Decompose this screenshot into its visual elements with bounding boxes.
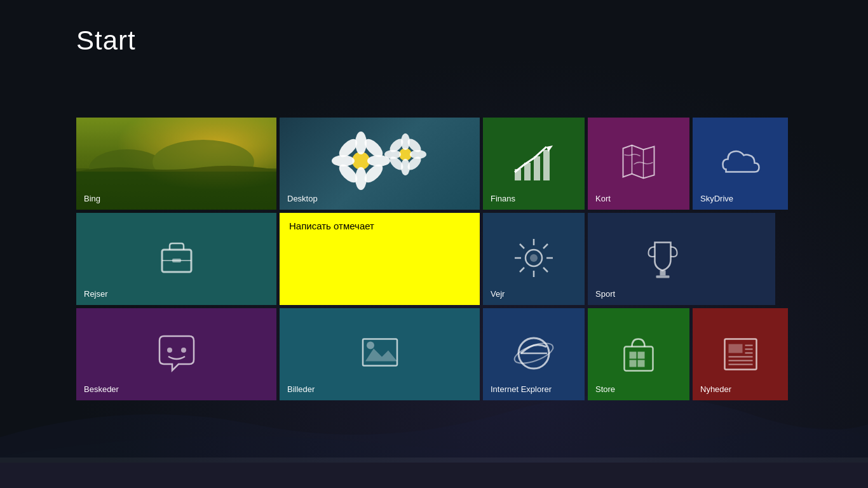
svg-line-36 — [520, 244, 524, 248]
tile-note[interactable]: Написать отмечает — [280, 213, 480, 305]
tile-nyheder[interactable]: Nyheder — [693, 308, 788, 400]
tile-bing[interactable]: Bing — [76, 118, 276, 210]
svg-rect-52 — [630, 351, 637, 358]
svg-line-38 — [543, 244, 548, 248]
svg-rect-23 — [524, 163, 531, 180]
beskeder-icon — [154, 331, 199, 378]
store-icon — [618, 332, 660, 376]
svg-point-44 — [167, 348, 172, 353]
note-text: Написать отмечает — [289, 220, 374, 231]
chat-icon — [154, 331, 199, 376]
svg-point-47 — [367, 341, 374, 349]
skydrive-icon — [720, 145, 761, 182]
finans-label: Finans — [491, 194, 577, 203]
svg-rect-43 — [656, 275, 670, 278]
flowers-svg — [316, 126, 444, 202]
chart-icon — [512, 140, 556, 185]
svg-point-45 — [181, 348, 186, 353]
shopping-bag-icon — [618, 332, 660, 374]
tile-sport[interactable]: Sport — [588, 213, 775, 305]
desktop-label: Desktop — [287, 194, 472, 203]
svg-rect-3 — [76, 118, 276, 172]
svg-rect-54 — [630, 360, 637, 367]
map-icon — [618, 142, 660, 183]
svg-rect-55 — [638, 360, 645, 367]
vejr-icon — [512, 236, 556, 283]
sun-icon — [512, 236, 556, 280]
internet-explorer-icon — [512, 331, 556, 376]
tile-beskeder[interactable]: Beskeder — [76, 308, 276, 400]
beskeder-label: Beskeder — [84, 384, 269, 394]
svg-rect-42 — [660, 270, 666, 275]
svg-rect-31 — [172, 259, 181, 262]
svg-line-39 — [520, 268, 524, 272]
bing-label: Bing — [84, 194, 269, 203]
newspaper-icon — [720, 332, 761, 374]
ie-label: Internet Explorer — [491, 384, 577, 394]
svg-point-41 — [530, 254, 538, 262]
tile-store[interactable]: Store — [588, 308, 689, 400]
svg-line-37 — [543, 268, 548, 272]
tile-rejser[interactable]: Rejser — [76, 213, 276, 305]
tiles-grid: Bing — [76, 118, 775, 400]
svg-rect-24 — [534, 156, 540, 180]
nyheder-icon — [720, 332, 761, 376]
svg-point-4 — [352, 152, 370, 170]
store-label: Store — [595, 384, 682, 394]
finans-icon — [512, 140, 556, 187]
scroll-bar-area[interactable] — [0, 458, 868, 463]
svg-rect-53 — [638, 351, 645, 358]
rejser-icon — [154, 236, 199, 283]
billeder-label: Billeder — [287, 384, 472, 394]
cloud-icon — [720, 145, 761, 180]
nyheder-label: Nyheder — [700, 384, 780, 394]
svg-rect-25 — [543, 150, 550, 180]
billeder-icon — [358, 332, 402, 376]
trophy-icon — [642, 237, 684, 278]
svg-rect-57 — [729, 344, 743, 353]
tile-finans[interactable]: Finans — [483, 118, 585, 210]
page-title: Start — [76, 25, 136, 56]
tile-vejr[interactable]: Vejr — [483, 213, 585, 305]
sport-label: Sport — [595, 289, 768, 299]
photos-icon — [358, 332, 402, 374]
tile-skydrive[interactable]: SkyDrive — [693, 118, 788, 210]
ie-icon — [512, 331, 556, 378]
kort-label: Kort — [595, 194, 682, 203]
taskbar — [0, 463, 868, 488]
tile-desktop[interactable]: Desktop — [280, 118, 480, 210]
skydrive-label: SkyDrive — [700, 194, 780, 203]
rejser-label: Rejser — [84, 289, 269, 299]
tile-billeder[interactable]: Billeder — [280, 308, 480, 400]
sport-icon — [642, 237, 684, 281]
suitcase-icon — [154, 236, 199, 280]
kort-icon — [618, 142, 660, 186]
vejr-label: Vejr — [491, 289, 577, 299]
tile-ie[interactable]: Internet Explorer — [483, 308, 585, 400]
tile-kort[interactable]: Kort — [588, 118, 689, 210]
